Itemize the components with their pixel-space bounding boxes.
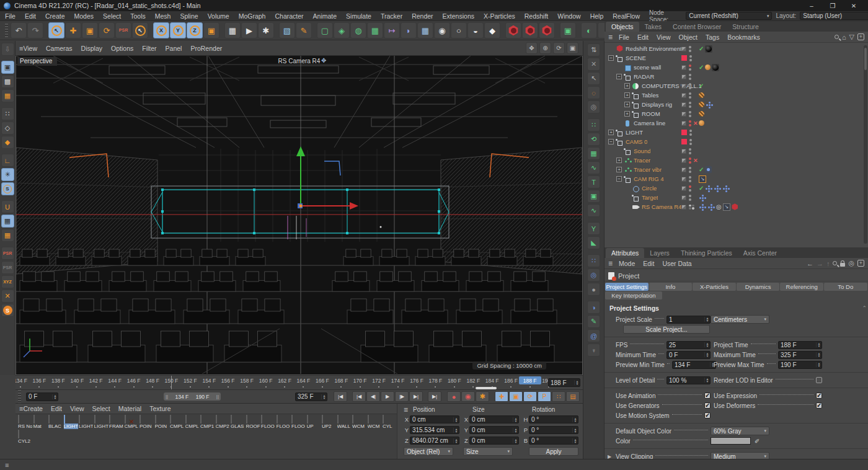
visibility-dots[interactable] bbox=[689, 102, 691, 108]
phong-tag[interactable] bbox=[699, 120, 704, 126]
redshift-ipr-icon[interactable] bbox=[522, 22, 538, 38]
coord-field[interactable]: 0 cm▲▼ bbox=[469, 437, 519, 445]
coord-field[interactable]: 0 cm▲▼ bbox=[410, 415, 459, 423]
render-view-button[interactable]: ▦ bbox=[224, 22, 241, 38]
viewport-zoom-icon[interactable]: ⊕ bbox=[539, 42, 551, 54]
am-target-icon[interactable]: ◎ bbox=[848, 259, 854, 267]
current-frame-field[interactable]: 188 F▲▼ bbox=[548, 378, 580, 387]
object-controls[interactable]: ✕ bbox=[681, 120, 698, 126]
material-item[interactable]: CYL bbox=[383, 415, 397, 429]
xp-tag[interactable] bbox=[699, 203, 706, 210]
toolbar-grip[interactable] bbox=[5, 24, 8, 37]
menu-edit[interactable]: Edit bbox=[25, 12, 36, 20]
object-controls[interactable] bbox=[681, 205, 694, 210]
blue-shell-icon[interactable]: @ bbox=[587, 329, 600, 342]
menu-realflow[interactable]: RealFlow bbox=[613, 12, 640, 20]
material-item[interactable]: WALL bbox=[337, 415, 352, 429]
object-row[interactable]: Target bbox=[604, 193, 868, 202]
enable-toggle[interactable] bbox=[681, 112, 686, 117]
xyz-transfer-button[interactable]: XYZ bbox=[1, 275, 14, 288]
am-up-icon[interactable]: ↑ bbox=[826, 260, 830, 267]
last-tool-icon[interactable]: ↖ bbox=[132, 22, 148, 38]
viewport-menu-display[interactable]: Display bbox=[81, 45, 102, 52]
section-tab-x-particles[interactable]: X-Particles bbox=[693, 283, 736, 291]
matblack-tag[interactable] bbox=[712, 64, 719, 71]
voronoi-fracture-icon[interactable]: ◣ bbox=[587, 236, 600, 249]
snap-settings-button[interactable]: S bbox=[1, 182, 14, 195]
visibility-dots[interactable] bbox=[689, 205, 694, 210]
om-menu-file[interactable]: File bbox=[619, 33, 629, 41]
object-row[interactable]: +Tables bbox=[604, 91, 868, 100]
checkbox[interactable] bbox=[704, 412, 711, 419]
object-controls[interactable] bbox=[681, 167, 691, 173]
menu-redshift[interactable]: Redshift bbox=[525, 12, 549, 20]
object-controls[interactable] bbox=[681, 130, 692, 136]
viewport-menu-cameras[interactable]: Cameras bbox=[46, 45, 73, 52]
clock-icon[interactable]: ◑ bbox=[587, 301, 600, 314]
prev-frame-button[interactable]: ◀| bbox=[366, 391, 380, 402]
object-row[interactable]: Camera line✕ bbox=[604, 118, 868, 128]
visibility-dots[interactable] bbox=[689, 92, 691, 99]
tab-attributes[interactable]: Attributes bbox=[606, 248, 644, 258]
menu-mograph[interactable]: MoGraph bbox=[239, 12, 266, 20]
redshift-render-icon[interactable] bbox=[505, 22, 521, 38]
coordinates-menu-icon[interactable]: ≡ bbox=[404, 406, 408, 414]
redshift-settings-icon[interactable] bbox=[539, 22, 555, 38]
z-axis-lock[interactable]: Z bbox=[187, 22, 203, 38]
om-menu-view[interactable]: View bbox=[657, 33, 671, 41]
volume-menu[interactable]: ◍ bbox=[350, 22, 366, 38]
layer-color-chip[interactable] bbox=[681, 130, 687, 135]
default-object-color-dropdown[interactable]: 60% Gray▾ bbox=[711, 427, 769, 435]
am-menu-edit[interactable]: Edit bbox=[643, 260, 654, 267]
menu-tracker[interactable]: Tracker bbox=[381, 12, 402, 20]
material-item[interactable]: CMPL bbox=[185, 415, 200, 429]
expand-toggle[interactable]: + bbox=[624, 102, 630, 107]
coord-field[interactable]: 0 °▲▼ bbox=[529, 415, 578, 423]
snap-toggle-button[interactable]: ✳ bbox=[1, 168, 14, 181]
spinner-icon[interactable]: ▲▼ bbox=[816, 352, 822, 357]
light-menu[interactable]: ○ bbox=[451, 22, 467, 38]
enable-toggle[interactable] bbox=[681, 167, 686, 172]
timeline-ruler[interactable]: 134 F136 F138 F140 F142 F144 F146 F148 F… bbox=[16, 376, 583, 390]
render-settings-button[interactable]: ✱ bbox=[258, 22, 274, 38]
enable-toggle[interactable] bbox=[681, 47, 686, 51]
workplane-mode-button[interactable]: ▦ bbox=[1, 89, 14, 102]
material-item[interactable]: CYL2 bbox=[18, 430, 33, 444]
tab-takes[interactable]: Takes bbox=[639, 22, 667, 32]
layer-color-chip[interactable] bbox=[681, 139, 687, 144]
material-menu-edit[interactable]: Edit bbox=[51, 405, 62, 412]
material-item[interactable]: LIGHT bbox=[94, 415, 109, 429]
gray-sphere-icon[interactable]: ● bbox=[587, 283, 600, 296]
points-mode-button[interactable]: ∷ bbox=[1, 107, 14, 120]
menu-render[interactable]: Render bbox=[412, 12, 433, 20]
rs-tag[interactable] bbox=[732, 203, 738, 210]
am-menu-icon[interactable]: ≡ bbox=[608, 259, 613, 268]
menu-character[interactable]: Character bbox=[275, 12, 303, 20]
om-home-icon[interactable]: ⌂ bbox=[842, 33, 846, 41]
spinner-icon[interactable]: ▲▼ bbox=[816, 342, 822, 347]
start-frame-field[interactable]: 0 F▲▼ bbox=[26, 392, 58, 401]
enable-toggle[interactable] bbox=[681, 121, 686, 126]
menu-help[interactable]: Help bbox=[590, 12, 604, 20]
protect-tag[interactable] bbox=[699, 102, 704, 107]
xp-tag[interactable] bbox=[707, 203, 715, 210]
spinner-icon[interactable]: ▲▼ bbox=[704, 317, 710, 322]
x-axis-lock[interactable]: X bbox=[153, 22, 169, 38]
visibility-dots[interactable] bbox=[689, 46, 691, 52]
spinner-icon[interactable]: ▲▼ bbox=[704, 352, 710, 357]
object-controls[interactable] bbox=[681, 46, 691, 52]
object-row[interactable]: +Tracer vibr✓ bbox=[604, 165, 868, 174]
visibility-dots[interactable] bbox=[689, 157, 691, 164]
expand-toggle[interactable]: − bbox=[616, 74, 622, 79]
workplane-lock-button[interactable]: ▦ bbox=[1, 215, 14, 228]
lock-icon[interactable] bbox=[840, 263, 845, 267]
figure-icon[interactable]: ♀ bbox=[587, 344, 600, 357]
visibility-dots[interactable] bbox=[689, 120, 691, 126]
enable-toggle[interactable] bbox=[681, 74, 686, 79]
material-menu-select[interactable]: Select bbox=[92, 405, 110, 412]
section-tab-to-do[interactable]: To Do bbox=[824, 283, 867, 291]
object-controls[interactable] bbox=[681, 74, 691, 80]
visibility-dots[interactable] bbox=[689, 64, 691, 71]
viewport-canvas[interactable]: Perspective RS Camera R4 ✥ Grid Spacing … bbox=[16, 56, 583, 375]
value-field[interactable]: 134 F▲▼ bbox=[672, 361, 716, 369]
